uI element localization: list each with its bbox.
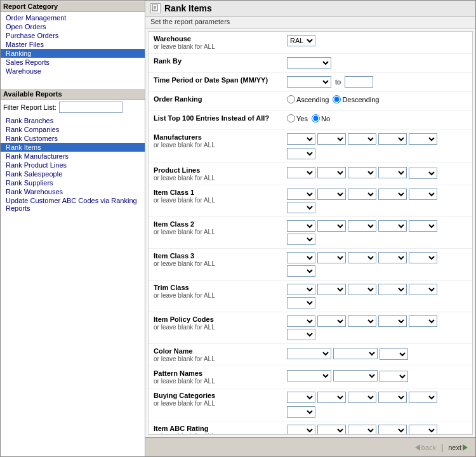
manufacturers-select-1[interactable]	[287, 133, 315, 145]
product-lines-select-3[interactable]	[348, 167, 376, 178]
item-policy-select-2[interactable]	[317, 315, 346, 327]
buying-cat-select-5[interactable]	[409, 392, 437, 403]
no-radio[interactable]	[312, 114, 320, 123]
product-lines-select-4[interactable]	[378, 167, 407, 178]
item-class2-select-3[interactable]	[348, 220, 376, 232]
sidebar-report-item[interactable]: Rank Suppliers	[1, 178, 145, 187]
sidebar-category-item[interactable]: Purchase Orders	[1, 31, 145, 40]
item-policy-select-4[interactable]	[378, 315, 407, 327]
time-period-select[interactable]	[287, 76, 331, 88]
to-label: to	[333, 78, 343, 86]
product-lines-select-5[interactable]	[409, 168, 437, 179]
item-policy-select-5[interactable]	[409, 315, 437, 327]
sidebar-report-item[interactable]: Rank Manufacturers	[1, 152, 145, 161]
next-button[interactable]: next	[446, 442, 470, 453]
color-name-select-2[interactable]	[333, 348, 378, 359]
sidebar-category-item[interactable]: Master Files	[1, 40, 145, 49]
item-class2-select-2[interactable]	[317, 220, 346, 232]
sidebar-report-item[interactable]: Rank Items	[1, 143, 145, 152]
manufacturers-select-3[interactable]	[348, 133, 376, 145]
pattern-names-select-1[interactable]	[287, 370, 331, 381]
item-class2-select-4[interactable]	[378, 220, 407, 232]
item-policy-select-3[interactable]	[348, 315, 376, 327]
descending-option[interactable]: Descending	[333, 95, 379, 103]
item-class2-select-1[interactable]	[287, 220, 315, 232]
item-policy-select-6[interactable]	[287, 329, 315, 340]
yes-option[interactable]: Yes	[287, 114, 308, 123]
item-class2-select-6[interactable]	[287, 234, 315, 245]
item-class1-select-1[interactable]	[287, 189, 315, 200]
color-name-select-1[interactable]	[287, 348, 331, 359]
pattern-names-select-2[interactable]	[333, 370, 378, 381]
item-class1-select-6[interactable]	[287, 202, 315, 213]
buying-cat-select-6[interactable]	[287, 406, 315, 418]
item-policy-select-1[interactable]	[287, 315, 315, 327]
item-class1-select-3[interactable]	[348, 189, 376, 200]
trim-class-sublabel: or leave blank for ALL	[154, 292, 215, 299]
sidebar: Report Category Order ManagementOpen Ord…	[1, 1, 145, 456]
sidebar-category-item[interactable]: Warehouse	[1, 67, 145, 76]
item-class3-select-1[interactable]	[287, 252, 315, 263]
sidebar-category-item[interactable]: Open Orders	[1, 22, 145, 31]
trim-class-select-5[interactable]	[409, 284, 437, 295]
sidebar-report-item[interactable]: Rank Branches	[1, 116, 145, 125]
item-abc-select-1[interactable]	[287, 425, 315, 435]
item-class3-select-2[interactable]	[317, 252, 346, 263]
sidebar-report-item[interactable]: Rank Product Lines	[1, 161, 145, 169]
sidebar-category-item[interactable]: Sales Reports	[1, 58, 145, 67]
buying-cat-select-3[interactable]	[348, 392, 376, 403]
item-class3-select-5[interactable]	[409, 252, 437, 263]
sidebar-report-item[interactable]: Update Customer ABC Codes via Ranking Re…	[1, 196, 145, 213]
warehouse-label: Warehouse	[154, 35, 287, 43]
manufacturers-select-4[interactable]	[378, 133, 407, 145]
manufacturers-select-5[interactable]	[409, 133, 437, 145]
rank-by-row: Rank By	[149, 54, 472, 73]
yes-radio[interactable]	[287, 114, 295, 123]
sidebar-report-item[interactable]: Rank Companies	[1, 125, 145, 134]
buying-cat-select-2[interactable]	[317, 392, 346, 403]
reports-list: Rank BranchesRank CompaniesRank Customer…	[1, 115, 145, 214]
sidebar-category-item[interactable]: Ranking	[1, 49, 145, 58]
trim-class-select-1[interactable]	[287, 284, 315, 295]
item-class3-select-4[interactable]	[378, 252, 407, 263]
item-abc-select-4[interactable]	[378, 425, 407, 435]
trim-class-select-3[interactable]	[348, 284, 376, 295]
item-class1-select-2[interactable]	[317, 189, 346, 200]
trim-class-select-4[interactable]	[378, 284, 407, 295]
next-label: next	[448, 444, 461, 451]
sidebar-report-item[interactable]: Rank Salespeople	[1, 169, 145, 178]
ascending-option[interactable]: Ascending	[287, 95, 329, 103]
back-button[interactable]: back	[413, 442, 439, 453]
pattern-names-select-3[interactable]	[380, 371, 408, 382]
product-lines-select-1[interactable]	[287, 167, 315, 178]
item-class3-select-3[interactable]	[348, 252, 376, 263]
color-name-select-3[interactable]	[380, 348, 408, 360]
item-abc-select-3[interactable]	[348, 425, 376, 435]
item-class1-select-4[interactable]	[378, 189, 407, 200]
item-class3-select-6[interactable]	[287, 265, 315, 277]
rank-by-select[interactable]	[287, 57, 331, 69]
manufacturers-select-6[interactable]	[287, 148, 315, 159]
sidebar-report-item[interactable]: Rank Customers	[1, 134, 145, 143]
trim-class-select-6[interactable]	[287, 297, 315, 308]
content-header: Rank Items	[145, 1, 475, 17]
buying-cat-select-4[interactable]	[378, 392, 407, 403]
filter-report-input[interactable]	[59, 102, 122, 113]
no-option[interactable]: No	[312, 114, 330, 123]
buying-cat-select-1[interactable]	[287, 392, 315, 403]
item-class2-select-5[interactable]	[409, 220, 437, 232]
sidebar-category-item[interactable]: Order Management	[1, 13, 145, 22]
time-period-to-input[interactable]	[345, 76, 373, 88]
ascending-radio[interactable]	[287, 95, 295, 103]
item-class1-select-5[interactable]	[409, 189, 437, 200]
sidebar-report-item[interactable]: Rank Warehouses	[1, 187, 145, 196]
item-abc-select-5[interactable]	[409, 425, 437, 435]
descending-radio[interactable]	[333, 95, 341, 103]
warehouse-select[interactable]: RAL	[287, 35, 315, 46]
product-lines-select-2[interactable]	[317, 167, 346, 178]
item-abc-select-2[interactable]	[317, 425, 346, 435]
trim-class-select-2[interactable]	[317, 284, 346, 295]
manufacturers-sublabel: or leave blank for ALL	[154, 142, 215, 149]
manufacturers-select-2[interactable]	[317, 133, 346, 145]
back-label: back	[421, 444, 436, 451]
